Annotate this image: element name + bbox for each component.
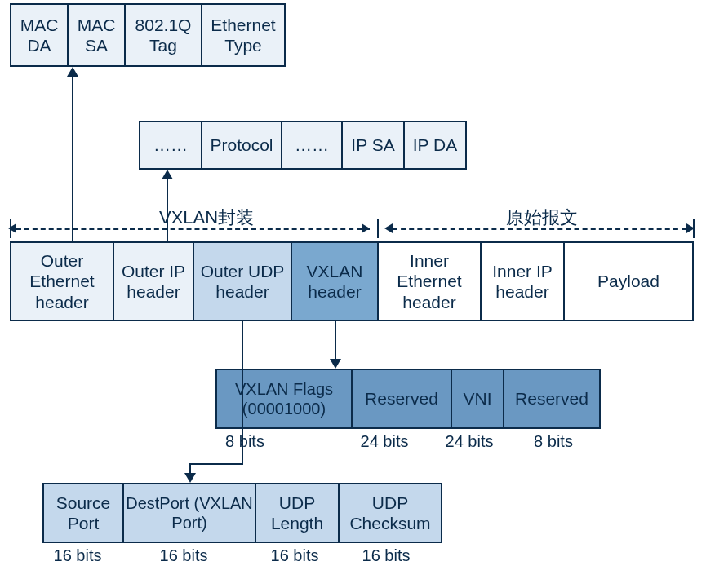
vxlan-flags: VXLAN Flags (00001000) [215,369,353,429]
connector-ip [167,179,168,241]
ip-field-ipsa: IP SA [341,121,405,170]
pkt-payload: Payload [563,241,694,321]
arrow-up-icon [67,67,78,77]
arrow-up-icon-2 [162,170,173,179]
section-divider-tick [377,219,379,238]
connector-eth [72,77,73,241]
arrow-left-icon-2 [384,223,393,233]
arrow-down-icon-2 [330,359,341,369]
pkt-inner-ip: Inner IP header [480,241,565,321]
connector-udp-h [189,463,243,465]
udp-src-port: Source Port [42,483,124,543]
vxlan-size-3: 8 bits [529,432,578,451]
vxlan-size-2: 24 bits [441,432,498,451]
eth-field-mac-sa: MAC SA [67,3,126,67]
ip-field-ellipsis2: …… [281,121,343,170]
eth-field-ethtype: Ethernet Type [201,3,286,67]
ip-field-ipda: IP DA [403,121,467,170]
arrow-right-icon [362,223,370,233]
right-end-tick [693,219,695,238]
pkt-vxlan-header: VXLAN header [291,241,379,321]
ip-field-ellipsis1: …… [139,121,202,170]
udp-size-3: 16 bits [357,546,415,565]
vxlan-reserved1: Reserved [351,369,452,429]
ip-field-protocol: Protocol [201,121,282,170]
udp-size-1: 16 bits [155,546,212,565]
udp-dest-port: DestPort (VXLAN Port) [122,483,256,543]
pkt-outer-eth: Outer Ethernet header [10,241,114,321]
pkt-outer-ip: Outer IP header [113,241,194,321]
section-label-original: 原始报文 [506,206,578,230]
eth-field-mac-da: MAC DA [10,3,69,67]
section-label-encap: VXLAN封装 [159,206,254,230]
connector-vxlan [335,321,336,360]
vxlan-size-1: 24 bits [356,432,413,451]
udp-checksum: UDP Checksum [338,483,442,543]
left-end-tick [10,219,11,238]
udp-length: UDP Length [255,483,340,543]
connector-udp-v [242,321,243,465]
arrow-down-icon [184,473,196,483]
vxlan-encap-diagram: MAC DA MAC SA 802.1Q Tag Ethernet Type …… [0,0,706,588]
vxlan-size-0: 8 bits [220,432,269,451]
vxlan-vni: VNI [451,369,504,429]
udp-size-2: 16 bits [266,546,323,565]
vxlan-reserved2: Reserved [503,369,601,429]
eth-field-8021q: 802.1Q Tag [124,3,202,67]
pkt-inner-eth: Inner Ethernet header [377,241,482,321]
pkt-outer-udp: Outer UDP header [193,241,292,321]
udp-size-0: 16 bits [49,546,106,565]
